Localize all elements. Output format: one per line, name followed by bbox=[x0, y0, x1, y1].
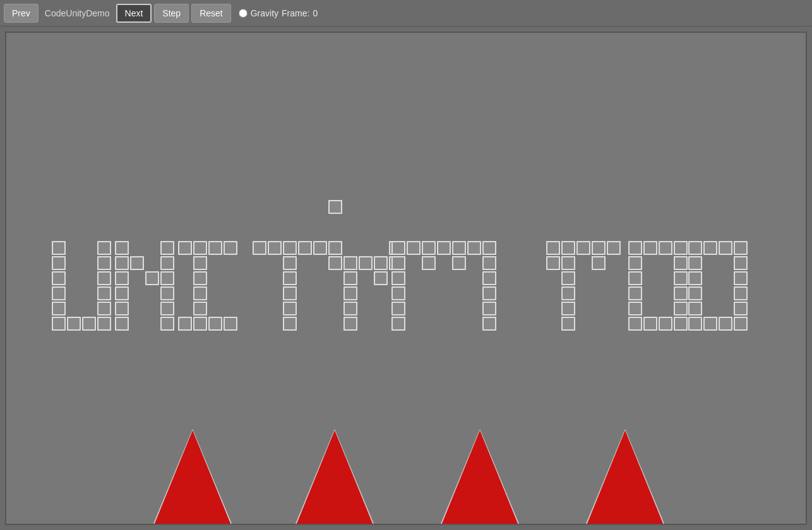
pixel-block bbox=[628, 317, 642, 331]
pixel-block bbox=[130, 256, 144, 270]
pixel-block bbox=[437, 241, 451, 255]
pixel-block bbox=[178, 317, 192, 331]
pixel-block bbox=[97, 241, 111, 255]
pixel-block bbox=[391, 317, 405, 331]
pixel-block bbox=[643, 317, 657, 331]
pixel-block bbox=[391, 302, 405, 315]
pixel-block bbox=[283, 271, 297, 285]
pixel-block bbox=[97, 256, 111, 270]
pixel-block bbox=[82, 317, 96, 331]
pixel-block bbox=[422, 256, 436, 270]
pixel-block bbox=[628, 256, 642, 270]
pixel-block bbox=[659, 317, 672, 331]
pixel-block bbox=[298, 241, 312, 255]
pixel-block bbox=[674, 302, 688, 315]
pixel-block bbox=[628, 241, 642, 255]
pixel-block bbox=[283, 302, 297, 315]
pixel-block bbox=[643, 241, 657, 255]
pixel-block bbox=[160, 317, 174, 331]
frame-value: 0 bbox=[313, 8, 318, 18]
reset-button[interactable]: Reset bbox=[191, 4, 231, 23]
pixel-block bbox=[97, 286, 111, 300]
pixel-block bbox=[482, 256, 496, 270]
pixel-block bbox=[52, 286, 66, 300]
pixel-block bbox=[208, 317, 222, 331]
pixel-block bbox=[561, 241, 575, 255]
pixel-block bbox=[374, 256, 388, 270]
pixel-block bbox=[407, 241, 421, 255]
pixel-block bbox=[546, 241, 560, 255]
pixel-block bbox=[592, 241, 606, 255]
pixel-block bbox=[734, 286, 748, 300]
pixel-block bbox=[115, 271, 129, 285]
pixel-block bbox=[193, 271, 207, 285]
pixel-block bbox=[115, 241, 129, 255]
pixel-block bbox=[607, 241, 621, 255]
toolbar: Prev CodeUnityDemo Next Step Reset Gravi… bbox=[0, 0, 812, 26]
gravity-radio[interactable] bbox=[239, 9, 248, 18]
pixel-block bbox=[482, 241, 496, 255]
pixel-block bbox=[719, 241, 732, 255]
pixel-block bbox=[178, 241, 192, 255]
pixel-block bbox=[52, 256, 66, 270]
pixel-block bbox=[734, 241, 748, 255]
pixel-block bbox=[452, 256, 466, 270]
pixel-block bbox=[193, 302, 207, 315]
pixel-block bbox=[115, 302, 129, 315]
pixel-block bbox=[561, 271, 575, 285]
pixel-block bbox=[703, 241, 717, 255]
pixel-block bbox=[343, 256, 357, 270]
pixel-block bbox=[688, 256, 702, 270]
pixel-block bbox=[328, 200, 342, 214]
pixel-block bbox=[674, 241, 688, 255]
pixel-block bbox=[52, 241, 66, 255]
pixel-block bbox=[283, 256, 297, 270]
pixel-block bbox=[52, 271, 66, 285]
pixel-block bbox=[224, 241, 237, 255]
pixel-block bbox=[561, 317, 575, 331]
pixel-block bbox=[674, 286, 688, 300]
pixel-block bbox=[160, 241, 174, 255]
pixel-block bbox=[482, 302, 496, 315]
pixel-block bbox=[97, 302, 111, 315]
pixel-block bbox=[193, 241, 207, 255]
pixel-block bbox=[359, 256, 373, 270]
pixel-block bbox=[674, 317, 688, 331]
pixel-block bbox=[67, 317, 81, 331]
gravity-label: Gravity bbox=[251, 8, 278, 18]
pixel-block bbox=[391, 271, 405, 285]
pixel-block bbox=[208, 241, 222, 255]
next-button[interactable]: Next bbox=[116, 4, 152, 23]
pixel-block bbox=[97, 271, 111, 285]
pixel-block bbox=[313, 241, 327, 255]
pixel-block bbox=[391, 256, 405, 270]
pixel-block bbox=[283, 317, 297, 331]
pixel-block bbox=[52, 302, 66, 315]
pixel-block bbox=[659, 241, 672, 255]
step-button[interactable]: Step bbox=[154, 4, 189, 23]
pixel-block bbox=[52, 317, 66, 331]
pixel-block bbox=[546, 256, 560, 270]
pixel-block bbox=[193, 286, 207, 300]
pixel-block bbox=[576, 241, 590, 255]
pixel-block bbox=[674, 271, 688, 285]
pixel-block bbox=[452, 241, 466, 255]
pixel-block bbox=[592, 256, 606, 270]
pixel-block bbox=[688, 317, 702, 331]
pixel-block bbox=[703, 317, 717, 331]
canvas-area bbox=[5, 32, 807, 525]
demo-label: CodeUnityDemo bbox=[41, 8, 114, 18]
pixel-block bbox=[328, 256, 342, 270]
pixel-block bbox=[688, 271, 702, 285]
prev-button[interactable]: Prev bbox=[4, 4, 39, 23]
pixel-block bbox=[253, 241, 266, 255]
pixel-block bbox=[391, 286, 405, 300]
pixel-block bbox=[343, 317, 357, 331]
pixel-block bbox=[688, 286, 702, 300]
pixel-block bbox=[734, 302, 748, 315]
pixel-block bbox=[193, 317, 207, 331]
pixel-block bbox=[561, 256, 575, 270]
pixel-block bbox=[343, 286, 357, 300]
pixel-block bbox=[160, 286, 174, 300]
pixel-block bbox=[482, 271, 496, 285]
